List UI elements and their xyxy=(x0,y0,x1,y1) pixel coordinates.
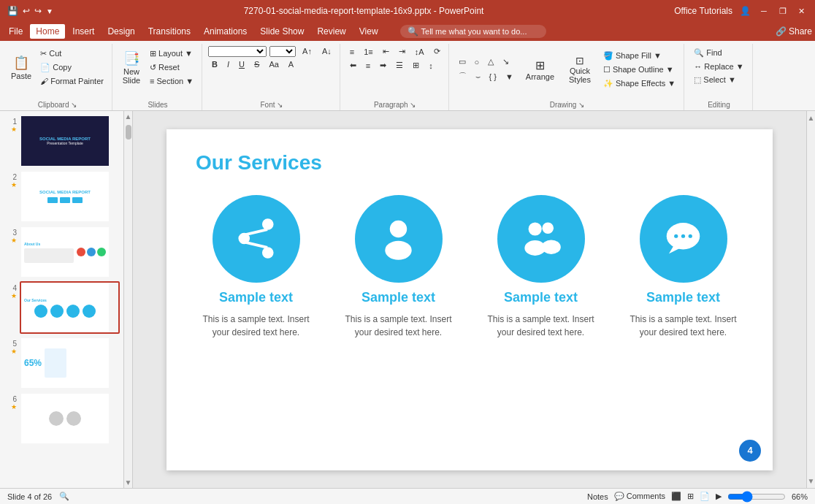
reading-view-button[interactable]: 📄 xyxy=(700,492,710,501)
service-desc-1[interactable]: This is a sample text. Insert your desir… xyxy=(198,313,315,339)
menu-insert[interactable]: Insert xyxy=(66,24,100,39)
line-spacing-button[interactable]: ↕ xyxy=(425,60,437,72)
slide-image-3[interactable]: About Us xyxy=(20,226,120,278)
service-title-1[interactable]: Sample text xyxy=(219,290,293,305)
shape-7[interactable]: { } xyxy=(486,69,500,83)
normal-view-button[interactable]: ⬛ xyxy=(671,492,681,501)
cut-button[interactable]: ✂ Cut xyxy=(37,47,107,60)
strikethrough-button[interactable]: S xyxy=(250,58,263,70)
convert-smartart-button[interactable]: ⟳ xyxy=(430,45,444,58)
align-center-button[interactable]: ≡ xyxy=(362,60,374,72)
minimize-button[interactable]: ─ xyxy=(758,5,770,17)
layout-button[interactable]: ⊞ Layout ▼ xyxy=(146,47,197,60)
slide-editor[interactable]: Our Services Sample xyxy=(167,129,773,470)
increase-font-button[interactable]: A↑ xyxy=(299,45,315,57)
share-icon[interactable]: 👤 xyxy=(740,6,751,16)
slide-image-2[interactable]: SOCIAL MEDIA REPORT xyxy=(20,170,120,223)
menu-file[interactable]: File xyxy=(3,24,28,39)
menu-review[interactable]: Review xyxy=(311,24,351,39)
shape-1[interactable]: ▭ xyxy=(455,56,470,68)
customize-icon[interactable]: ▼ xyxy=(46,7,53,15)
shape-effects-button[interactable]: ✨ Shape Effects ▼ xyxy=(600,77,679,90)
slide-thumb-4[interactable]: 4 ★ Our Services xyxy=(4,281,120,334)
undo-icon[interactable]: ↩ xyxy=(23,6,30,16)
paste-button[interactable]: 📋 Paste xyxy=(7,44,35,91)
menu-home[interactable]: Home xyxy=(30,24,65,39)
bullets-button[interactable]: ≡ xyxy=(346,46,358,58)
slide-image-1[interactable]: SOCIAL MEDIA REPORT Presentation Templat… xyxy=(20,115,120,167)
font-family-select[interactable] xyxy=(208,46,267,57)
italic-button[interactable]: I xyxy=(223,58,233,70)
shapes-more[interactable]: ▼ xyxy=(502,69,517,83)
shape-5[interactable]: ⌒ xyxy=(455,69,470,83)
slide-sorter-button[interactable]: ⊞ xyxy=(687,492,694,501)
zoom-slider[interactable] xyxy=(727,491,786,503)
slide-thumb-1[interactable]: 1 ★ SOCIAL MEDIA REPORT Presentation Tem… xyxy=(4,115,120,167)
shape-4[interactable]: ↘ xyxy=(499,56,513,68)
office-tutorials-link[interactable]: Office Tutorials xyxy=(674,6,732,16)
slide-image-6[interactable] xyxy=(20,392,120,445)
new-slide-button[interactable]: 📑 New Slide xyxy=(118,44,145,91)
menu-view[interactable]: View xyxy=(353,24,384,39)
editor-scroll-down[interactable]: ▼ xyxy=(806,476,815,486)
indent-decrease-button[interactable]: ⇤ xyxy=(379,45,393,58)
font-case-button[interactable]: Aa xyxy=(265,58,282,70)
find-button[interactable]: 🔍 Find xyxy=(690,47,747,59)
slide-image-5[interactable]: 65% xyxy=(20,337,120,389)
slide-thumb-2[interactable]: 2 ★ SOCIAL MEDIA REPORT xyxy=(4,170,120,223)
shape-fill-button[interactable]: 🪣 Shape Fill ▼ xyxy=(600,50,679,62)
slide-thumb-6[interactable]: 6 ★ xyxy=(4,392,120,445)
decrease-font-button[interactable]: A↓ xyxy=(318,45,335,57)
reset-button[interactable]: ↺ Reset xyxy=(146,61,197,74)
panel-scroll-down[interactable]: ▼ xyxy=(123,477,134,488)
quick-styles-button[interactable]: ⊡ Quick Styles xyxy=(563,46,597,93)
menu-design[interactable]: Design xyxy=(102,24,140,39)
tell-me-input[interactable]: 🔍 Tell me what you want to do... xyxy=(400,25,546,38)
numbering-button[interactable]: 1≡ xyxy=(360,46,377,58)
slide-title[interactable]: Our Services xyxy=(196,151,322,175)
shape-3[interactable]: △ xyxy=(484,56,497,68)
replace-button[interactable]: ↔ Replace ▼ xyxy=(690,61,747,72)
bold-button[interactable]: B xyxy=(208,58,221,70)
panel-scroll-up[interactable]: ▲ xyxy=(123,111,134,122)
section-button[interactable]: ≡ Section ▼ xyxy=(146,75,197,87)
shape-outline-button[interactable]: ☐ Shape Outline ▼ xyxy=(600,64,679,76)
service-title-4[interactable]: Sample text xyxy=(646,290,720,305)
menu-slideshow[interactable]: Slide Show xyxy=(254,24,310,39)
close-button[interactable]: ✕ xyxy=(796,5,808,17)
share-button[interactable]: 🔗 Share xyxy=(776,26,812,37)
slide-thumb-5[interactable]: 5 ★ 65% xyxy=(4,337,120,389)
columns-button[interactable]: ⊞ xyxy=(409,59,423,72)
zoom-level[interactable]: 66% xyxy=(792,492,808,501)
align-left-button[interactable]: ⬅ xyxy=(346,59,360,72)
service-title-3[interactable]: Sample text xyxy=(504,290,578,305)
shape-2[interactable]: ○ xyxy=(471,56,483,68)
justify-button[interactable]: ☰ xyxy=(392,59,407,72)
copy-button[interactable]: 📄 Copy xyxy=(37,61,107,74)
arrange-button[interactable]: ⊞ Arrange xyxy=(520,46,560,93)
notes-button[interactable]: Notes xyxy=(587,492,608,501)
restore-button[interactable]: ❐ xyxy=(777,5,789,17)
slide-image-4[interactable]: Our Services xyxy=(20,281,120,334)
menu-transitions[interactable]: Transitions xyxy=(142,24,196,39)
shape-6[interactable]: ⌣ xyxy=(472,69,484,83)
service-desc-2[interactable]: This is a sample text. Insert your desir… xyxy=(340,313,457,339)
redo-icon[interactable]: ↪ xyxy=(34,6,42,16)
format-painter-button[interactable]: 🖌 Format Painter xyxy=(37,75,107,87)
underline-button[interactable]: U xyxy=(235,58,248,70)
editor-scroll-up[interactable]: ▲ xyxy=(806,112,815,123)
font-size-select[interactable] xyxy=(269,46,296,57)
align-right-button[interactable]: ➡ xyxy=(376,59,390,72)
comments-button[interactable]: 💬 Comments xyxy=(614,492,665,501)
select-button[interactable]: ⬚ Select ▼ xyxy=(690,74,747,86)
save-icon[interactable]: 💾 xyxy=(7,6,18,16)
service-desc-3[interactable]: This is a sample text. Insert your desir… xyxy=(483,313,600,339)
text-direction-button[interactable]: ↕A xyxy=(411,46,428,58)
menu-animations[interactable]: Animations xyxy=(198,24,253,39)
panel-scroll-thumb[interactable] xyxy=(126,125,131,140)
slide-thumb-3[interactable]: 3 ★ About Us xyxy=(4,226,120,278)
font-color-button[interactable]: A xyxy=(285,58,297,70)
service-desc-4[interactable]: This is a sample text. Insert your desir… xyxy=(625,313,742,339)
slideshow-button[interactable]: ▶ xyxy=(716,492,722,501)
indent-increase-button[interactable]: ⇥ xyxy=(395,45,409,58)
